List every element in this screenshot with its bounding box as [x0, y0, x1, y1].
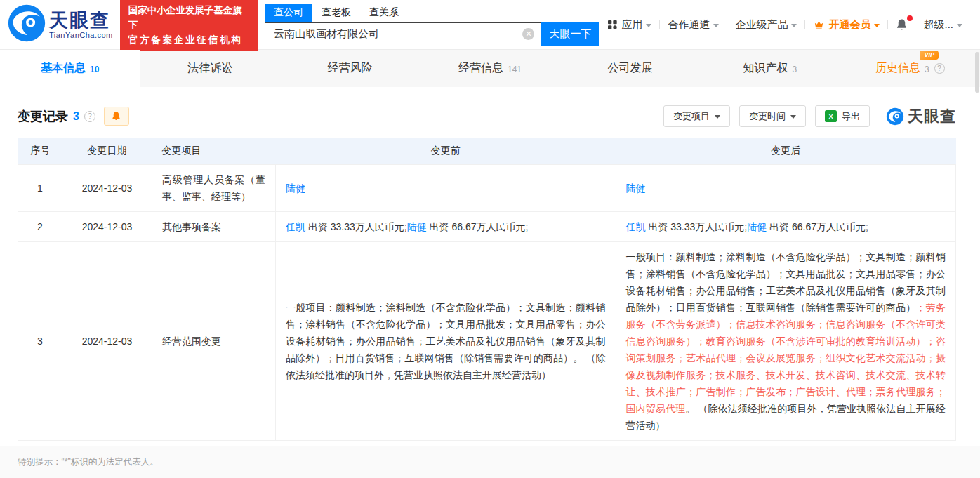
top-header: 天眼查 TianYanCha.com 国家中小企业发展子基金旗下 官方备案企业征…	[0, 0, 980, 49]
tab-基本信息[interactable]: 基本信息10	[0, 50, 140, 87]
change-record-table: 序号变更日期变更项目变更前变更后 12024-12-03高级管理人员备案（董事、…	[0, 138, 980, 441]
filter-change-item-button[interactable]: 变更项目	[663, 105, 730, 127]
help-icon[interactable]: ?	[934, 63, 945, 74]
plain-text: 一般项目：颜料制造；涂料制造（不含危险化学品）；文具制造；颜料销售；涂料销售（不…	[286, 302, 606, 380]
column-header: 变更后	[616, 138, 956, 164]
nav-membership[interactable]: 开通会员	[805, 18, 887, 32]
cell-after-change: 一般项目：颜料制造；涂料制造（不含危险化学品）；文具制造；颜料销售；涂料销售（不…	[616, 241, 956, 440]
export-label: 导出	[842, 110, 860, 123]
top-nav: 应用 合作通道 企业级产品 开通会员 超级...	[599, 18, 970, 32]
search-tab-company[interactable]: 查公司	[265, 4, 312, 22]
tab-经营风险[interactable]: 经营风险	[280, 50, 420, 87]
notification-dot	[907, 15, 913, 21]
svg-text:X: X	[828, 113, 833, 120]
tab-count: 3	[792, 65, 797, 74]
table-row: 12024-12-03高级管理人员备案（董事、监事、经理等）陆健陆健	[18, 164, 956, 211]
monitor-bell-button[interactable]	[104, 107, 129, 126]
cell-before-change: 任凯 出资 33.33万人民币元;陆健 出资 66.67万人民币元;	[276, 211, 616, 241]
nav-membership-label: 开通会员	[828, 18, 870, 32]
chevron-down-icon	[791, 24, 797, 27]
person-link[interactable]: 陆健	[407, 221, 427, 232]
excel-icon: X	[825, 110, 837, 122]
cell-before-change: 陆健	[276, 164, 616, 211]
cell-change-date: 2024-12-03	[62, 241, 152, 440]
nav-apps-label: 应用	[621, 18, 642, 32]
certification-badge: 国家中小企业发展子基金旗下 官方备案企业征信机构	[120, 0, 258, 51]
person-link[interactable]: 陆健	[286, 182, 305, 194]
chevron-down-icon	[874, 24, 880, 27]
cell-change-item: 高级管理人员备案（董事、监事、经理等）	[152, 164, 276, 211]
help-icon[interactable]: ?	[84, 111, 95, 122]
table-header-row: 序号变更日期变更项目变更前变更后	[18, 138, 956, 164]
cell-change-item: 经营范围变更	[152, 241, 276, 440]
nav-account[interactable]: 超级...	[915, 18, 970, 32]
vip-badge: VIP	[920, 51, 939, 60]
change-record-header: 变更记录 3 ? 变更项目 变更时间 X 导出 天眼查	[0, 87, 980, 138]
tab-label: 历史信息	[875, 62, 920, 74]
brand-domain: TianYanCha.com	[49, 31, 113, 39]
search-tabs: 查公司 查老板 查关系	[265, 4, 600, 22]
grid-icon	[607, 19, 618, 30]
tab-label: 经营信息	[458, 62, 503, 74]
column-header: 序号	[18, 138, 62, 164]
tab-法律诉讼[interactable]: 法律诉讼	[140, 50, 279, 87]
tab-count: 3	[925, 65, 929, 74]
cell-serial-number: 3	[18, 241, 62, 440]
section-title: 变更记录	[18, 108, 68, 125]
plain-text: 一般项目：颜料制造；涂料制造（不含危险化学品）；文具制造；颜料销售；涂料销售（不…	[626, 251, 946, 313]
chevron-down-icon	[713, 24, 719, 27]
tab-历史信息[interactable]: 历史信息VIP3?	[840, 50, 980, 87]
chevron-down-icon	[790, 115, 796, 119]
added-scope-text: ；劳务服务（不含劳务派遣）；信息技术咨询服务；信息咨询服务（不含许可类信息咨询服…	[626, 302, 946, 414]
tab-公司发展[interactable]: 公司发展	[560, 50, 700, 87]
table-row: 22024-12-03其他事项备案任凯 出资 33.33万人民币元;陆健 出资 …	[18, 211, 956, 241]
person-link[interactable]: 陆健	[747, 221, 767, 232]
cell-after-change: 任凯 出资 33.33万人民币元;陆健 出资 66.67万人民币元;	[616, 211, 956, 241]
search-input[interactable]	[265, 22, 542, 46]
clear-icon[interactable]: ✕	[522, 28, 534, 40]
tab-label: 基本信息	[41, 62, 86, 74]
tab-count: 141	[508, 65, 522, 74]
plain-text: 出资 66.67万人民币元;	[767, 221, 868, 232]
export-button[interactable]: X 导出	[815, 105, 870, 127]
search-tab-relation[interactable]: 查关系	[360, 4, 408, 22]
cell-before-change: 一般项目：颜料制造；涂料制造（不含危险化学品）；文具制造；颜料销售；涂料销售（不…	[276, 241, 616, 440]
tab-知识产权[interactable]: 知识产权3	[700, 50, 840, 87]
table-row: 32024-12-03经营范围变更一般项目：颜料制造；涂料制造（不含危险化学品）…	[18, 241, 956, 440]
filter-change-time-button[interactable]: 变更时间	[739, 105, 806, 127]
column-header: 变更项目	[152, 138, 276, 164]
section-tabbar: 基本信息10法律诉讼经营风险经营信息141公司发展知识产权3历史信息VIP3?	[0, 49, 980, 87]
column-header: 变更前	[276, 138, 616, 164]
crown-icon	[813, 19, 825, 31]
nav-enterprise[interactable]: 企业级产品	[727, 18, 804, 32]
search-button[interactable]: 天眼一下	[541, 22, 599, 46]
notifications-bell[interactable]	[888, 18, 915, 32]
filter-change-item-label: 变更项目	[673, 110, 710, 123]
nav-channel[interactable]: 合作通道	[660, 18, 727, 32]
nav-account-label: 超级...	[923, 18, 953, 32]
tab-label: 公司发展	[607, 62, 652, 74]
tianyancha-logo[interactable]: 天眼查 TianYanCha.com	[7, 4, 113, 46]
tab-label: 经营风险	[328, 62, 373, 74]
certification-line1: 国家中小企业发展子基金旗下	[128, 3, 249, 32]
plain-text: 出资 33.33万人民币元;	[646, 221, 748, 232]
tab-count: 10	[90, 65, 99, 74]
tab-经营信息[interactable]: 经营信息141	[420, 50, 559, 87]
person-link[interactable]: 任凯	[626, 221, 646, 232]
tab-label: 法律诉讼	[187, 62, 232, 74]
footer-note-bar: 特别提示：“*”标识的为法定代表人。	[0, 446, 980, 478]
plain-text: 出资 66.67万人民币元;	[427, 221, 529, 232]
search-area: 查公司 查老板 查关系 ✕ 天眼一下	[265, 4, 600, 46]
watermark-logo: 天眼查	[886, 106, 956, 127]
cell-serial-number: 2	[18, 211, 62, 241]
cell-serial-number: 1	[18, 164, 62, 211]
nav-apps[interactable]: 应用	[599, 18, 659, 32]
scrollbar-thumb[interactable]	[975, 52, 979, 93]
person-link[interactable]: 陆健	[626, 182, 646, 194]
cell-change-item: 其他事项备案	[152, 211, 276, 241]
nav-channel-label: 合作通道	[668, 18, 710, 32]
person-link[interactable]: 任凯	[286, 221, 305, 232]
search-tab-boss[interactable]: 查老板	[312, 4, 360, 22]
section-count: 3	[73, 110, 79, 123]
plain-text: 出资 33.33万人民币元;	[305, 221, 407, 232]
